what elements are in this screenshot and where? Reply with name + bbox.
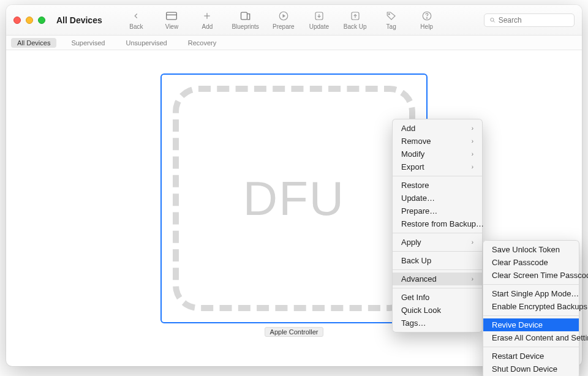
window-title: All Devices — [56, 15, 102, 25]
titlebar: All Devices Back View Add — [6, 5, 582, 36]
menu-backup[interactable]: Back Up — [393, 254, 482, 267]
submenu-enable-encrypted[interactable]: Enable Encrypted Backups… — [483, 300, 579, 313]
menu-separator — [393, 233, 482, 233]
svg-marker-6 — [282, 14, 285, 18]
help-icon — [420, 10, 434, 22]
toolbar-label: Add — [202, 23, 213, 30]
menu-separator — [483, 315, 579, 316]
toolbar-label: Prepare — [273, 23, 295, 30]
upload-icon — [349, 10, 362, 22]
minimize-window-button[interactable] — [26, 17, 33, 24]
menu-remove[interactable]: Remove› — [393, 135, 482, 148]
menu-restore[interactable]: Restore — [393, 179, 482, 192]
plus-icon — [200, 10, 214, 22]
zoom-window-button[interactable] — [38, 17, 45, 24]
submenu-save-unlock[interactable]: Save Unlock Token — [483, 243, 579, 256]
chevron-right-icon: › — [472, 151, 473, 157]
search-input[interactable] — [499, 16, 569, 24]
menu-advanced[interactable]: Advanced› — [393, 273, 482, 285]
view-button[interactable]: View — [160, 10, 183, 30]
toolbar-label: Back — [129, 23, 143, 30]
svg-point-11 — [388, 13, 390, 15]
menu-prepare[interactable]: Prepare… — [393, 205, 482, 217]
device-mode-label: DFU — [243, 171, 345, 227]
submenu-clear-passcode[interactable]: Clear Passcode — [483, 256, 579, 269]
prepare-button[interactable]: Prepare — [273, 10, 295, 30]
submenu-erase[interactable]: Erase All Content and Settings — [483, 331, 579, 344]
menu-separator — [393, 251, 482, 252]
menu-separator — [393, 176, 482, 176]
menu-separator — [483, 284, 579, 285]
search-field[interactable] — [484, 13, 575, 27]
blueprints-icon — [239, 10, 252, 22]
tag-button[interactable]: Tag — [380, 10, 402, 30]
device-name-label: Apple Controller — [265, 327, 324, 337]
blueprints-button[interactable]: Blueprints — [232, 10, 258, 30]
menu-modify[interactable]: Modify› — [393, 148, 482, 160]
app-window: All Devices Back View Add — [6, 5, 582, 366]
toolbar-label: Back Up — [344, 23, 367, 30]
context-menu: Add› Remove› Modify› Export› Restore Upd… — [392, 119, 483, 333]
svg-rect-0 — [167, 12, 177, 20]
submenu-start-single[interactable]: Start Single App Mode… — [483, 287, 579, 300]
window-controls — [13, 17, 45, 24]
filter-unsupervised[interactable]: Unsupervised — [119, 38, 173, 48]
svg-point-14 — [491, 18, 494, 21]
menu-update[interactable]: Update… — [393, 192, 482, 205]
submenu-restart[interactable]: Restart Device — [483, 350, 579, 363]
menu-tags[interactable]: Tags… — [393, 317, 482, 329]
menu-separator — [483, 347, 579, 347]
close-window-button[interactable] — [13, 17, 21, 24]
toolbar-label: View — [165, 23, 179, 30]
filter-recovery[interactable]: Recovery — [182, 38, 222, 48]
svg-line-15 — [493, 21, 494, 22]
grid-icon — [165, 10, 178, 22]
search-icon — [489, 17, 496, 24]
chevron-right-icon: › — [472, 276, 473, 282]
filter-bar: All Devices Supervised Unsupervised Reco… — [6, 36, 582, 50]
chevron-left-icon — [129, 10, 143, 22]
add-button[interactable]: Add — [196, 10, 218, 30]
menu-quicklook[interactable]: Quick Look — [393, 304, 482, 317]
submenu-revive[interactable]: Revive Device — [483, 318, 579, 331]
device-outline: DFU — [173, 86, 415, 311]
menu-export[interactable]: Export› — [393, 160, 482, 173]
toolbar-label: Tag — [386, 23, 396, 30]
chevron-right-icon: › — [472, 164, 473, 170]
back-button[interactable]: Back — [125, 10, 147, 30]
toolbar: Back View Add Blueprints — [125, 10, 437, 30]
filter-supervised[interactable]: Supervised — [65, 38, 111, 48]
backup-button[interactable]: Back Up — [344, 10, 367, 30]
tag-icon — [385, 10, 398, 22]
device-card[interactable]: DFU — [160, 73, 428, 323]
menu-add[interactable]: Add› — [393, 122, 482, 135]
filter-all-devices[interactable]: All Devices — [11, 38, 56, 48]
help-button[interactable]: Help — [416, 10, 438, 30]
svg-rect-4 — [241, 12, 247, 20]
toolbar-label: Blueprints — [232, 23, 258, 30]
submenu-shutdown[interactable]: Shut Down Device — [483, 363, 579, 375]
submenu-clear-screentime[interactable]: Clear Screen Time Passcode — [483, 269, 579, 282]
menu-restore-backup[interactable]: Restore from Backup… — [393, 217, 482, 230]
chevron-right-icon: › — [472, 138, 473, 145]
advanced-submenu: Save Unlock Token Clear Passcode Clear S… — [483, 240, 579, 376]
menu-separator — [393, 288, 482, 288]
menu-getinfo[interactable]: Get Info — [393, 291, 482, 304]
svg-point-13 — [426, 18, 427, 18]
chevron-right-icon: › — [472, 125, 473, 132]
menu-apply[interactable]: Apply› — [393, 236, 482, 249]
toolbar-label: Update — [309, 23, 329, 30]
toolbar-label: Help — [420, 23, 433, 30]
chevron-right-icon: › — [472, 239, 473, 246]
menu-separator — [393, 269, 482, 270]
update-button[interactable]: Update — [308, 10, 330, 30]
download-icon — [312, 10, 326, 22]
play-circle-icon — [277, 10, 290, 22]
